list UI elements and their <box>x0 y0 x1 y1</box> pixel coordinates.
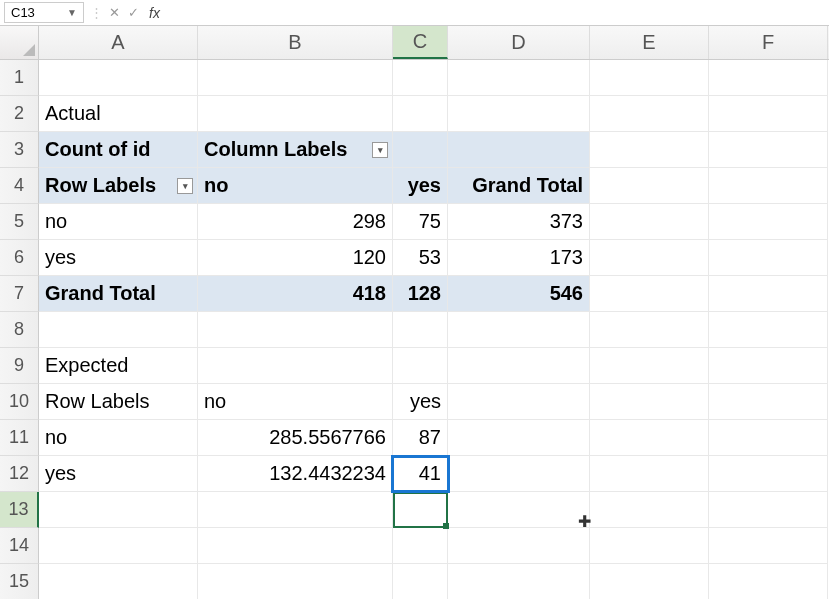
col-header-e[interactable]: E <box>590 26 709 59</box>
cell[interactable] <box>590 492 709 528</box>
cell[interactable]: Grand Total <box>448 168 590 204</box>
cell[interactable] <box>39 492 198 528</box>
cell[interactable] <box>590 204 709 240</box>
cell[interactable]: 87 <box>393 420 448 456</box>
cell[interactable] <box>709 168 828 204</box>
row-header-2[interactable]: 2 <box>0 96 39 132</box>
cell[interactable] <box>393 528 448 564</box>
cell[interactable] <box>590 312 709 348</box>
cell[interactable]: 285.5567766 <box>198 420 393 456</box>
row-header-10[interactable]: 10 <box>0 384 39 420</box>
cell[interactable] <box>709 204 828 240</box>
cell[interactable] <box>590 276 709 312</box>
cell[interactable] <box>198 348 393 384</box>
cell[interactable] <box>393 132 448 168</box>
filter-dropdown-icon[interactable]: ▾ <box>372 142 388 158</box>
cell[interactable]: Row Labels <box>39 384 198 420</box>
cell[interactable]: no <box>39 420 198 456</box>
cell[interactable]: Expected <box>39 348 198 384</box>
cell[interactable]: 53 <box>393 240 448 276</box>
cell[interactable] <box>709 60 828 96</box>
cell[interactable] <box>393 348 448 384</box>
cell[interactable] <box>590 132 709 168</box>
row-header-6[interactable]: 6 <box>0 240 39 276</box>
cell[interactable] <box>590 60 709 96</box>
row-header-1[interactable]: 1 <box>0 60 39 96</box>
cell[interactable] <box>590 528 709 564</box>
cell[interactable] <box>590 456 709 492</box>
col-header-b[interactable]: B <box>198 26 393 59</box>
row-header-5[interactable]: 5 <box>0 204 39 240</box>
cell[interactable] <box>448 564 590 599</box>
cell[interactable]: yes <box>393 168 448 204</box>
col-header-f[interactable]: F <box>709 26 828 59</box>
cell[interactable] <box>709 492 828 528</box>
row-header-7[interactable]: 7 <box>0 276 39 312</box>
cell[interactable] <box>198 312 393 348</box>
cell[interactable] <box>39 564 198 599</box>
cell[interactable]: 75 <box>393 204 448 240</box>
cell[interactable] <box>709 564 828 599</box>
cell[interactable] <box>590 240 709 276</box>
row-header-3[interactable]: 3 <box>0 132 39 168</box>
select-all-corner[interactable] <box>0 26 39 59</box>
row-header-15[interactable]: 15 <box>0 564 39 599</box>
row-header-11[interactable]: 11 <box>0 420 39 456</box>
cell[interactable]: 298 <box>198 204 393 240</box>
cell[interactable] <box>448 348 590 384</box>
col-header-c[interactable]: C <box>393 26 448 59</box>
row-header-9[interactable]: 9 <box>0 348 39 384</box>
row-header-8[interactable]: 8 <box>0 312 39 348</box>
cell[interactable]: Count of id <box>39 132 198 168</box>
cell[interactable] <box>448 456 590 492</box>
cell[interactable]: 120 <box>198 240 393 276</box>
cell[interactable]: Column Labels ▾ <box>198 132 393 168</box>
cell[interactable] <box>448 420 590 456</box>
chevron-down-icon[interactable]: ▼ <box>67 7 77 18</box>
cell[interactable]: no <box>198 384 393 420</box>
cell[interactable] <box>709 348 828 384</box>
row-header-4[interactable]: 4 <box>0 168 39 204</box>
cell[interactable] <box>590 420 709 456</box>
cell[interactable]: no <box>39 204 198 240</box>
cell[interactable] <box>198 492 393 528</box>
cell[interactable] <box>709 132 828 168</box>
cell[interactable] <box>448 528 590 564</box>
cell[interactable]: Actual <box>39 96 198 132</box>
cell[interactable] <box>448 96 590 132</box>
confirm-icon[interactable]: ✓ <box>124 5 143 20</box>
cell[interactable] <box>393 60 448 96</box>
fx-icon[interactable]: fx <box>143 5 166 21</box>
cell[interactable] <box>39 60 198 96</box>
col-header-a[interactable]: A <box>39 26 198 59</box>
cell[interactable]: yes <box>393 384 448 420</box>
cell[interactable] <box>709 312 828 348</box>
cell[interactable] <box>590 168 709 204</box>
cell[interactable] <box>393 492 448 528</box>
row-header-14[interactable]: 14 <box>0 528 39 564</box>
cell[interactable] <box>39 528 198 564</box>
cell[interactable] <box>198 96 393 132</box>
cell[interactable]: 173 <box>448 240 590 276</box>
cell[interactable] <box>590 96 709 132</box>
cell[interactable] <box>590 564 709 599</box>
cell[interactable] <box>709 240 828 276</box>
cell[interactable] <box>393 312 448 348</box>
cell[interactable] <box>448 384 590 420</box>
cell[interactable] <box>39 312 198 348</box>
cell[interactable] <box>198 60 393 96</box>
filter-dropdown-icon[interactable]: ▾ <box>177 178 193 194</box>
cell[interactable] <box>198 528 393 564</box>
cell[interactable]: 132.4432234 <box>198 456 393 492</box>
cell[interactable] <box>590 348 709 384</box>
cell[interactable] <box>198 564 393 599</box>
cell[interactable]: 373 <box>448 204 590 240</box>
cell[interactable]: 41 <box>393 456 448 492</box>
cancel-icon[interactable]: ✕ <box>105 5 124 20</box>
row-header-12[interactable]: 12 <box>0 456 39 492</box>
cell[interactable]: 128 <box>393 276 448 312</box>
cell[interactable]: yes <box>39 456 198 492</box>
row-header-13[interactable]: 13 <box>0 492 39 528</box>
cell[interactable] <box>393 96 448 132</box>
cell[interactable] <box>709 456 828 492</box>
